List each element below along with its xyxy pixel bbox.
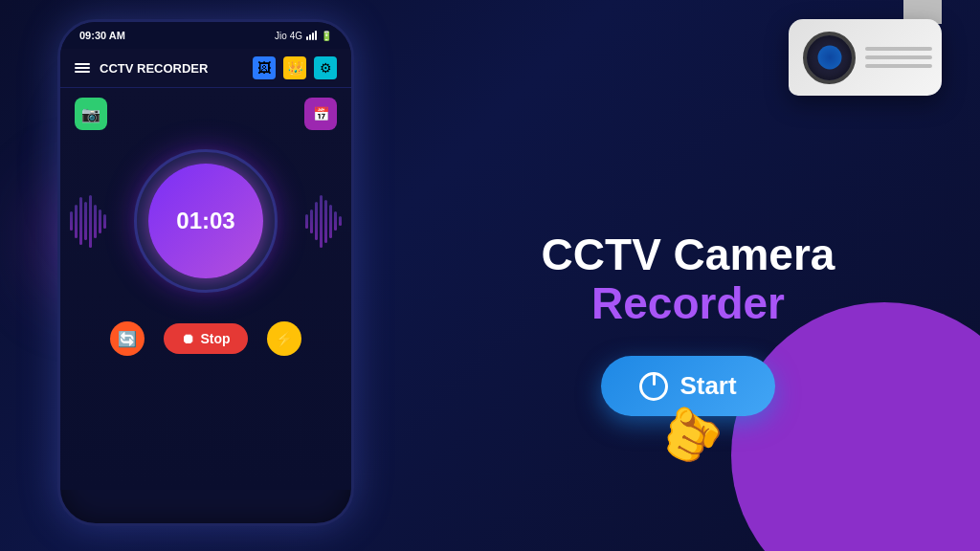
camera-container — [789, 19, 961, 96]
camera-rib — [865, 64, 932, 68]
signal-bars — [306, 31, 317, 40]
camera-ribs — [865, 47, 932, 68]
sound-wave-left — [70, 195, 106, 248]
power-icon — [639, 372, 668, 401]
nav-icons: 🖼 👑 ⚙ — [253, 56, 337, 79]
phone-content: 📷 📅 01:03 — [60, 88, 351, 490]
settings-icon[interactable]: ⚙ — [314, 56, 337, 79]
top-buttons: 📷 📅 — [60, 88, 351, 140]
refresh-button[interactable]: 🔄 — [110, 321, 145, 356]
timer-outer-ring: 01:03 — [134, 149, 278, 293]
gallery-icon[interactable]: 🖼 — [253, 56, 276, 79]
stop-button[interactable]: ⏺ Stop — [164, 323, 247, 354]
heading-line2: Recorder — [542, 279, 835, 328]
top-nav: CCTV RECORDER 🖼 👑 ⚙ — [60, 49, 351, 88]
status-time: 09:30 AM — [79, 30, 125, 41]
status-bar: 09:30 AM Jio 4G 🔋 — [60, 22, 351, 49]
flash-button[interactable]: ⚡ — [267, 321, 301, 356]
stop-icon: ⏺ — [181, 331, 194, 346]
hamburger-icon[interactable] — [75, 63, 90, 73]
sound-wave-right — [305, 195, 342, 248]
bottom-controls: 🔄 ⏺ Stop ⚡ — [60, 321, 351, 356]
camera-body — [789, 19, 942, 96]
stop-label: Stop — [200, 331, 230, 346]
camera-rib — [865, 55, 932, 59]
schedule-btn[interactable]: 📅 — [304, 98, 337, 130]
app-title: CCTV RECORDER — [100, 61, 243, 76]
start-btn-container: Start 🫵 — [601, 356, 774, 416]
battery-icon: 🔋 — [321, 31, 332, 41]
camera-lens — [803, 32, 856, 84]
timer-area: 01:03 — [60, 149, 351, 293]
camera-toggle-btn[interactable]: 📷 — [75, 98, 107, 130]
camera-rib — [865, 47, 932, 51]
timer-inner-circle: 01:03 — [148, 164, 263, 278]
phone: 09:30 AM Jio 4G 🔋 CCTV RECORDER 🖼 👑 — [57, 19, 354, 526]
heading-line1: CCTV Camera — [542, 231, 835, 279]
right-content: CCTV Camera Recorder Start 🫵 — [434, 0, 980, 551]
phone-wrapper: 09:30 AM Jio 4G 🔋 CCTV RECORDER 🖼 👑 — [57, 19, 383, 536]
camera-body-right — [856, 37, 942, 77]
status-right: Jio 4G 🔋 — [275, 31, 332, 41]
timer-display: 01:03 — [176, 208, 234, 234]
app-heading: CCTV Camera Recorder — [542, 231, 835, 327]
crown-icon[interactable]: 👑 — [283, 56, 306, 79]
carrier-text: Jio 4G — [275, 31, 302, 41]
